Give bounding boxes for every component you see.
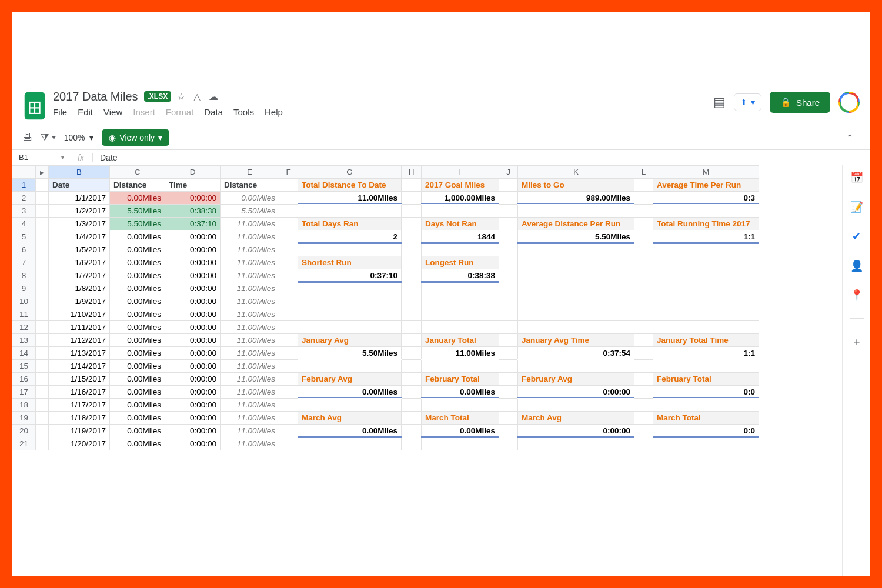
formula-input[interactable]: Date — [93, 153, 118, 162]
row-header-19[interactable]: 19 — [12, 412, 36, 425]
cell-J18[interactable] — [499, 399, 518, 412]
cell-J13[interactable] — [499, 334, 518, 347]
cell-E9[interactable]: 11.00Miles — [220, 282, 279, 295]
sheets-logo-icon[interactable] — [22, 89, 47, 122]
cell-G20[interactable]: 0.00Miles — [298, 425, 402, 437]
cell-K7[interactable] — [518, 256, 634, 269]
cell-K15[interactable] — [518, 360, 634, 373]
cell-J3[interactable] — [499, 205, 518, 218]
cell-C3[interactable]: 5.50Miles — [110, 205, 165, 218]
cell-I6[interactable] — [422, 243, 499, 256]
cell-G11[interactable] — [298, 308, 402, 321]
cell-L1[interactable] — [634, 179, 653, 192]
cell-E11[interactable]: 11.00Miles — [220, 308, 279, 321]
cell-K4[interactable]: Average Distance Per Run — [518, 218, 634, 230]
move-icon[interactable]: △̲ — [193, 91, 201, 102]
cell-I21[interactable] — [422, 437, 499, 450]
cell-C19[interactable]: 0.00Miles — [110, 412, 165, 425]
cell-D2[interactable]: 0:00:00 — [165, 192, 220, 205]
cell-J15[interactable] — [499, 360, 518, 373]
cell-B1[interactable]: Date — [49, 179, 110, 192]
cell-H16[interactable] — [402, 373, 422, 386]
cell-L9[interactable] — [634, 282, 653, 295]
cell-J16[interactable] — [499, 373, 518, 386]
cell-L19[interactable] — [634, 412, 653, 425]
cell-K18[interactable] — [518, 399, 634, 412]
cell-D1[interactable]: Time — [165, 179, 220, 192]
cell-J6[interactable] — [499, 243, 518, 256]
cell-D9[interactable]: 0:00:00 — [165, 282, 220, 295]
cell-D17[interactable]: 0:00:00 — [165, 386, 220, 399]
cell-F17[interactable] — [279, 386, 298, 399]
cell-H14[interactable] — [402, 347, 422, 360]
cell-M4[interactable]: Total Running Time 2017 — [653, 218, 759, 230]
row-header-13[interactable]: 13 — [12, 334, 36, 347]
row-header-11[interactable]: 11 — [12, 308, 36, 321]
cell-E7[interactable]: 11.00Miles — [220, 256, 279, 269]
cell-K16[interactable]: February Avg — [518, 373, 634, 386]
row-header-4[interactable]: 4 — [12, 218, 36, 230]
cell-D12[interactable]: 0:00:00 — [165, 321, 220, 334]
menu-insert[interactable]: Insert — [133, 107, 155, 117]
cell-B5[interactable]: 1/4/2017 — [49, 230, 110, 243]
menu-help[interactable]: Help — [265, 107, 283, 117]
cell-I4[interactable]: Days Not Ran — [422, 218, 499, 230]
cell-C16[interactable]: 0.00Miles — [110, 373, 165, 386]
spreadsheet-grid[interactable]: ▸BCDEFGHIJKLM1DateDistanceTimeDistanceTo… — [12, 165, 842, 576]
cell-C9[interactable]: 0.00Miles — [110, 282, 165, 295]
cell-H6[interactable] — [402, 243, 422, 256]
cell-D8[interactable]: 0:00:00 — [165, 269, 220, 282]
row-header-3[interactable]: 3 — [12, 205, 36, 218]
cell-D7[interactable]: 0:00:00 — [165, 256, 220, 269]
cell-arrow-17[interactable] — [36, 386, 49, 399]
cell-B19[interactable]: 1/18/2017 — [49, 412, 110, 425]
cell-H17[interactable] — [402, 386, 422, 399]
cell-G19[interactable]: March Avg — [298, 412, 402, 425]
cell-F19[interactable] — [279, 412, 298, 425]
cell-arrow-21[interactable] — [36, 437, 49, 450]
cell-G6[interactable] — [298, 243, 402, 256]
cell-M19[interactable]: March Total — [653, 412, 759, 425]
cell-I11[interactable] — [422, 308, 499, 321]
cell-arrow-15[interactable] — [36, 360, 49, 373]
cell-L13[interactable] — [634, 334, 653, 347]
cell-D10[interactable]: 0:00:00 — [165, 295, 220, 308]
cell-M18[interactable] — [653, 399, 759, 412]
cell-K9[interactable] — [518, 282, 634, 295]
cell-H10[interactable] — [402, 295, 422, 308]
row-header-14[interactable]: 14 — [12, 347, 36, 360]
cell-G2[interactable]: 11.00Miles — [298, 192, 402, 205]
cell-L12[interactable] — [634, 321, 653, 334]
cell-B3[interactable]: 1/2/2017 — [49, 205, 110, 218]
cell-arrow-3[interactable] — [36, 205, 49, 218]
account-avatar[interactable] — [838, 92, 860, 113]
col-header-D[interactable]: D — [165, 166, 220, 179]
cell-M7[interactable] — [653, 256, 759, 269]
cell-E12[interactable]: 11.00Miles — [220, 321, 279, 334]
cell-H4[interactable] — [402, 218, 422, 230]
cell-arrow-5[interactable] — [36, 230, 49, 243]
row-header-9[interactable]: 9 — [12, 282, 36, 295]
cell-K14[interactable]: 0:37:54 — [518, 347, 634, 360]
cell-H18[interactable] — [402, 399, 422, 412]
cell-F10[interactable] — [279, 295, 298, 308]
cell-F11[interactable] — [279, 308, 298, 321]
cell-C11[interactable]: 0.00Miles — [110, 308, 165, 321]
cell-J14[interactable] — [499, 347, 518, 360]
cell-E4[interactable]: 11.00Miles — [220, 218, 279, 230]
cell-C4[interactable]: 5.50Miles — [110, 218, 165, 230]
cell-J21[interactable] — [499, 437, 518, 450]
cell-K1[interactable]: Miles to Go — [518, 179, 634, 192]
cell-B4[interactable]: 1/3/2017 — [49, 218, 110, 230]
cell-J7[interactable] — [499, 256, 518, 269]
cell-I17[interactable]: 0.00Miles — [422, 386, 499, 399]
cell-arrow-19[interactable] — [36, 412, 49, 425]
cell-F4[interactable] — [279, 218, 298, 230]
cell-I12[interactable] — [422, 321, 499, 334]
col-header-G[interactable]: G — [298, 166, 402, 179]
cell-M2[interactable]: 0:3 — [653, 192, 759, 205]
cell-G3[interactable] — [298, 205, 402, 218]
cell-M3[interactable] — [653, 205, 759, 218]
cell-I16[interactable]: February Total — [422, 373, 499, 386]
add-icon[interactable]: ＋ — [850, 335, 863, 348]
